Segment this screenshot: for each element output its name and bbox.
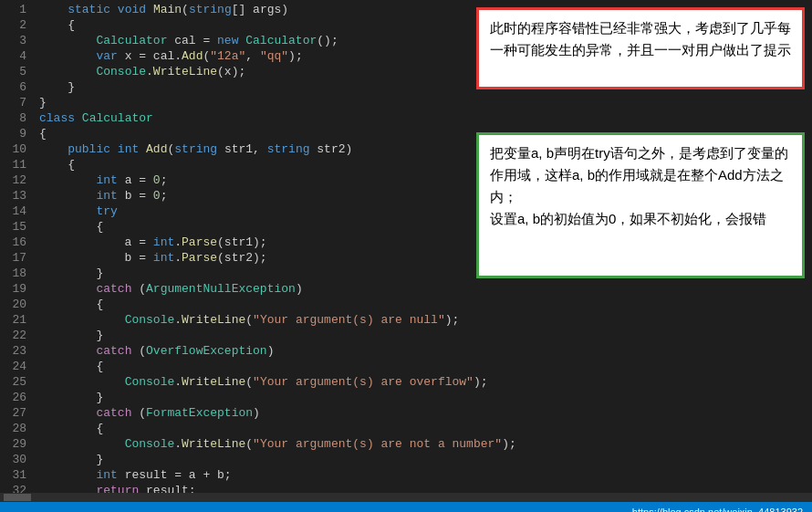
code-token: a = bbox=[118, 172, 153, 188]
code-token: Console bbox=[96, 64, 146, 79]
annotation-green-text: 把变量a, b声明在try语句之外，是考虑到了变量的作用域，这样a, b的作用域… bbox=[490, 145, 788, 226]
code-line: { bbox=[39, 297, 812, 312]
code-token: static bbox=[68, 2, 110, 17]
code-token: , bbox=[245, 48, 260, 64]
code-line: } bbox=[39, 328, 812, 343]
code-token: ( bbox=[245, 312, 253, 328]
code-token: int bbox=[118, 141, 139, 157]
code-line: } bbox=[39, 95, 812, 110]
code-token: int bbox=[96, 172, 117, 188]
code-token: var bbox=[96, 48, 117, 64]
code-token: { bbox=[39, 297, 103, 312]
code-token: } bbox=[39, 95, 47, 110]
code-token: } bbox=[39, 452, 103, 467]
code-token: ( bbox=[245, 374, 253, 390]
annotation-green: 把变量a, b声明在try语句之外，是考虑到了变量的作用域，这样a, b的作用域… bbox=[476, 132, 805, 278]
code-token: . bbox=[174, 250, 182, 266]
code-token bbox=[39, 374, 125, 390]
code-token: ( bbox=[167, 141, 174, 157]
code-token bbox=[39, 436, 125, 452]
code-token: { bbox=[39, 157, 75, 172]
scroll-thumb[interactable] bbox=[4, 494, 31, 501]
code-token: b = bbox=[118, 188, 153, 204]
code-token bbox=[39, 141, 68, 157]
code-token: WriteLine bbox=[182, 436, 245, 452]
code-line: catch (OverflowException) bbox=[39, 343, 812, 359]
code-token bbox=[39, 48, 96, 64]
code-token: ( bbox=[131, 281, 146, 297]
code-editor: 1234567891011121314151617181920212223242… bbox=[0, 0, 812, 493]
code-token: 0 bbox=[153, 188, 161, 204]
code-token: OverflowException bbox=[146, 343, 267, 359]
code-token bbox=[139, 141, 146, 157]
code-line: class Calculator bbox=[39, 110, 812, 126]
code-token: ); bbox=[474, 374, 488, 390]
code-token: x = cal. bbox=[118, 48, 182, 64]
code-token: "qq" bbox=[260, 48, 288, 64]
code-token: Add bbox=[182, 48, 203, 64]
code-token: Parse bbox=[182, 235, 217, 250]
code-token: } bbox=[39, 79, 75, 95]
scrollbar[interactable] bbox=[0, 493, 812, 502]
code-token: { bbox=[39, 421, 103, 436]
code-line: Console.WriteLine("Your argument(s) are … bbox=[39, 312, 812, 328]
code-token bbox=[39, 2, 68, 17]
code-token: . bbox=[174, 374, 182, 390]
code-token: int bbox=[96, 467, 117, 483]
code-token bbox=[110, 2, 118, 17]
code-token: new bbox=[217, 33, 238, 48]
code-token: "Your argument(s) are overflow" bbox=[253, 374, 474, 390]
code-token bbox=[39, 483, 96, 493]
code-token bbox=[39, 281, 96, 297]
code-token: [] args) bbox=[232, 2, 288, 17]
code-token: ArgumentNullException bbox=[146, 281, 296, 297]
code-token: ( bbox=[131, 343, 146, 359]
code-token bbox=[238, 33, 245, 48]
code-token: result = a + b; bbox=[118, 467, 232, 483]
code-token: string bbox=[174, 141, 217, 157]
code-token: Console bbox=[125, 374, 175, 390]
code-token: "Your argument(s) are null" bbox=[253, 312, 445, 328]
code-token bbox=[39, 188, 96, 204]
code-token: ); bbox=[445, 312, 460, 328]
code-token bbox=[39, 312, 125, 328]
code-token: b = bbox=[39, 250, 153, 266]
annotation-red-text: 此时的程序容错性已经非常强大，考虑到了几乎每一种可能发生的异常，并且一一对用户做… bbox=[490, 20, 791, 57]
code-token: Parse bbox=[182, 250, 217, 266]
code-token: int bbox=[153, 235, 174, 250]
code-token: str1, bbox=[217, 141, 267, 157]
code-token bbox=[75, 110, 82, 126]
code-token: (); bbox=[317, 33, 338, 48]
code-token: "Your argument(s) are not a number" bbox=[253, 436, 502, 452]
code-token: try bbox=[96, 204, 117, 219]
code-token bbox=[39, 172, 96, 188]
code-token: catch bbox=[96, 405, 131, 421]
code-token: a = bbox=[39, 235, 153, 250]
code-token: ( bbox=[131, 405, 146, 421]
code-token: . bbox=[146, 64, 153, 79]
code-token: WriteLine bbox=[182, 374, 245, 390]
code-token: string bbox=[189, 2, 232, 17]
code-token: ); bbox=[288, 48, 303, 64]
code-line: return result; bbox=[39, 483, 812, 493]
code-token: WriteLine bbox=[182, 312, 245, 328]
code-token bbox=[39, 405, 96, 421]
code-line: { bbox=[39, 421, 812, 436]
code-token: int bbox=[96, 188, 117, 204]
code-token: . bbox=[174, 312, 182, 328]
code-line: Console.WriteLine("Your argument(s) are … bbox=[39, 436, 812, 452]
code-token bbox=[39, 64, 96, 79]
code-token: Console bbox=[125, 312, 175, 328]
code-line: } bbox=[39, 390, 812, 405]
code-token: (str2); bbox=[217, 250, 267, 266]
code-token: WriteLine bbox=[153, 64, 217, 79]
code-token: Add bbox=[146, 141, 167, 157]
code-token bbox=[39, 467, 96, 483]
code-token: Console bbox=[125, 436, 175, 452]
code-token: } bbox=[39, 328, 103, 343]
code-line: int result = a + b; bbox=[39, 467, 812, 483]
code-token: { bbox=[39, 219, 103, 235]
code-token bbox=[39, 33, 96, 48]
line-numbers: 1234567891011121314151617181920212223242… bbox=[0, 0, 32, 493]
code-token: { bbox=[39, 17, 75, 33]
